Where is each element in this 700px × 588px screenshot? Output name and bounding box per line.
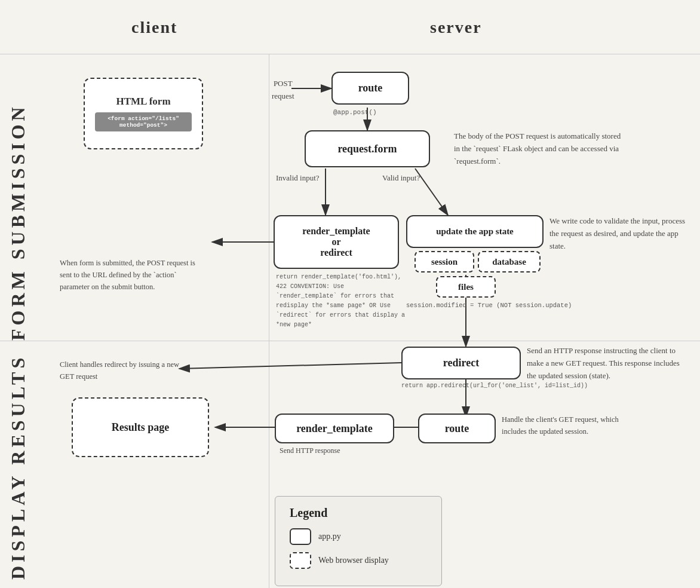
render-template-redirect-box: render_template or redirect	[274, 215, 399, 269]
svg-line-8	[179, 363, 401, 369]
legend-title: Legend	[290, 506, 427, 520]
legend-item-apppy: app.py	[290, 528, 427, 545]
html-form-content: HTML form <form action="/lists" method="…	[85, 79, 202, 148]
svg-line-4	[415, 169, 448, 215]
update-app-state-box: update the app state	[406, 215, 544, 248]
divider-horizontal-mid	[0, 341, 700, 341]
html-form-title: HTML form	[116, 96, 170, 108]
legend-apppy-label: app.py	[318, 532, 341, 541]
legend-item-browser: Web browser display	[290, 552, 427, 569]
request-form-note: The body of the POST request is automati…	[454, 130, 621, 167]
redirect-box: redirect	[401, 347, 521, 379]
diagram-container: client server FORM SUBMISSION DISPLAY RE…	[0, 0, 700, 588]
app-post-code: @app.post()	[333, 108, 377, 118]
results-page-box: Results page	[72, 397, 209, 457]
divider-horizontal-top	[0, 54, 700, 54]
invalid-input-label: Invalid input?	[276, 172, 320, 185]
server-header: server	[430, 18, 482, 37]
session-modified-code: session.modified = True (NOT session.upd…	[406, 301, 572, 311]
form-submission-label: FORM SUBMISSION	[7, 66, 29, 341]
request-form-box: request.form	[305, 130, 430, 167]
update-note: We write code to validate the input, pro…	[549, 215, 693, 252]
legend-dashed-icon	[290, 552, 311, 569]
html-form-code: <form action="/lists" method="post">	[95, 112, 192, 131]
client-header: client	[131, 18, 177, 37]
legend-box: Legend app.py Web browser display	[275, 496, 442, 586]
divider-vertical	[269, 54, 269, 588]
valid-input-label: Valid input?	[382, 172, 420, 185]
route-top-box: route	[331, 72, 409, 105]
html-form-box: HTML form <form action="/lists" method="…	[84, 78, 203, 149]
client-redirect-note: Client handles redirect by issuing a new…	[60, 359, 179, 382]
display-results-label: DISPLAY RESULTS	[7, 353, 29, 580]
post-request-label: POST request	[272, 78, 294, 103]
database-box: database	[478, 251, 541, 272]
return-redirect-code: return app.redirect(url_for('one_list', …	[401, 381, 588, 390]
legend-browser-label: Web browser display	[318, 556, 389, 565]
session-box: session	[415, 251, 474, 272]
redirect-note: Send an HTTP response instructing the cl…	[527, 345, 688, 382]
files-box: files	[436, 276, 496, 298]
render-template-bottom-box: render_template	[275, 414, 394, 443]
route-bottom-box: route	[418, 414, 496, 443]
handle-get-note: Handle the client's GET request, which i…	[502, 414, 639, 437]
form-note: When form is submitted, the POST request…	[60, 257, 197, 293]
send-http-label: Send HTTP response	[280, 445, 340, 457]
legend-solid-icon	[290, 528, 311, 545]
convention-note: return render_template('foo.html'), 422 …	[276, 272, 407, 330]
